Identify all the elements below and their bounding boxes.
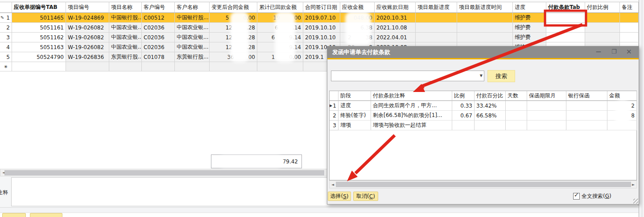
dialog-hscrollbar[interactable]: ◄ ► [329, 180, 637, 188]
table-cell[interactable]: W-19-024869 [66, 13, 109, 23]
column-header[interactable]: 付款条款注释 [371, 91, 452, 101]
row-header[interactable]: 2 [0, 23, 12, 33]
column-header[interactable]: 项目最新进度 [416, 2, 457, 13]
column-header[interactable]: 备注 [620, 2, 639, 13]
table-cell[interactable]: 维护费 [513, 23, 546, 33]
table-cell[interactable]: 0.33 [452, 101, 475, 111]
column-header[interactable]: 付款比例 [585, 2, 620, 13]
table-cell[interactable]: 合同生效后两个月，甲方... [371, 101, 452, 111]
column-header[interactable]: 项目最新进度时间 [457, 2, 513, 13]
column-header[interactable]: 付款百分比 [475, 91, 506, 101]
table-cell[interactable] [566, 101, 607, 111]
table-cell[interactable]: C00512 [142, 13, 175, 23]
table-cell[interactable]: 2019.10.10 [303, 23, 340, 33]
resize-grip[interactable] [633, 199, 638, 204]
column-header[interactable]: 阶段 [339, 91, 371, 101]
scroll-left-icon[interactable]: ◄ [330, 181, 336, 188]
row-header[interactable]: 5 [0, 52, 12, 62]
bottom-button-2[interactable] [30, 213, 62, 217]
table-cell[interactable]: W-19-026082 [66, 23, 109, 33]
table-cell[interactable] [620, 13, 639, 23]
table-cell[interactable]: W-19-026082 [66, 42, 109, 52]
table-cell[interactable]: W-19-026082 [66, 33, 109, 42]
table-cell[interactable]: 2019.10.10 [303, 33, 340, 42]
maximize-icon[interactable]: ❐ [611, 48, 617, 55]
column-header[interactable]: 银行保函 [566, 91, 607, 101]
table-cell[interactable]: C02036 [142, 33, 175, 42]
table-cell[interactable] [66, 62, 109, 71]
column-header[interactable]: 合同签订日期 [303, 2, 340, 13]
table-cell[interactable]: 终验(签字) [339, 111, 371, 121]
column-header[interactable]: 保函期限月 [527, 91, 566, 101]
chevron-down-icon[interactable]: ▼ [480, 74, 483, 78]
new-row-header[interactable]: ✳ [0, 62, 12, 71]
table-cell[interactable]: 中国银行股... [109, 13, 142, 23]
column-header[interactable]: 天数 [506, 91, 527, 101]
close-icon[interactable]: ✕ [626, 48, 632, 56]
column-header[interactable]: 金额 [607, 91, 637, 101]
table-cell[interactable] [585, 33, 620, 42]
table-cell[interactable] [566, 111, 607, 121]
table-cell[interactable]: 剩余[66.58]%的款项分[1]... [371, 111, 452, 121]
table-cell[interactable]: 5051162 [12, 33, 66, 42]
table-cell[interactable]: 2021.10.08 [375, 23, 416, 33]
row-header[interactable]: ✎1 [0, 13, 12, 23]
column-header[interactable]: 项目编号 [66, 2, 109, 13]
table-cell[interactable]: 5011465 [12, 13, 66, 23]
select-button[interactable]: 选择(S) [328, 192, 351, 201]
table-cell[interactable] [416, 23, 457, 33]
dialog-hscrollbar-thumb[interactable] [336, 182, 631, 187]
table-cell[interactable]: 5051161 [12, 23, 66, 33]
table-cell[interactable] [416, 33, 457, 42]
table-cell[interactable]: 增项 [339, 121, 371, 130]
dialog-titlebar[interactable]: 发函申请单去付款条款 — ❐ ✕ [327, 46, 639, 58]
bottom-button-1[interactable] [2, 213, 26, 217]
table-cell[interactable]: 维护费 [513, 33, 546, 42]
column-header[interactable]: 变更后合同金额 [210, 2, 257, 13]
column-header[interactable]: 应收单据编号TAB [12, 2, 66, 13]
table-cell[interactable]: C02036 [142, 23, 175, 33]
table-cell[interactable] [527, 101, 566, 111]
table-cell[interactable]: 2022.04.01 [375, 33, 416, 42]
table-cell[interactable]: 0.67 [452, 111, 475, 121]
table-cell[interactable] [566, 121, 607, 130]
table-cell[interactable] [142, 62, 175, 71]
table-cell[interactable] [416, 13, 457, 23]
table-cell[interactable]: 中国农业银... [109, 23, 142, 33]
table-cell[interactable] [257, 62, 303, 71]
table-cell[interactable]: 中国农业银... [175, 42, 210, 52]
table-cell[interactable] [620, 33, 639, 42]
table-cell[interactable] [506, 121, 527, 130]
row-header[interactable]: 3 [0, 33, 12, 42]
column-header[interactable] [330, 91, 339, 101]
table-cell[interactable]: W-19-026836 [66, 52, 109, 62]
fulltext-search-checkbox[interactable]: ✓ 全文搜索(G) [573, 192, 611, 200]
table-cell[interactable] [527, 111, 566, 121]
column-header[interactable]: 付款条款Tab [546, 2, 585, 13]
table-cell[interactable]: 中国农业银... [175, 23, 210, 33]
table-cell[interactable]: 东莞银行股... [109, 52, 142, 62]
table-cell[interactable] [457, 33, 513, 42]
table-cell[interactable] [475, 121, 506, 130]
table-cell[interactable]: C02036 [142, 42, 175, 52]
row-header[interactable]: ▶1 [330, 101, 339, 111]
table-cell[interactable]: 中国银行股... [175, 13, 210, 23]
table-cell[interactable] [620, 23, 639, 33]
scroll-right-icon[interactable]: ► [630, 181, 636, 188]
table-cell[interactable] [585, 13, 620, 23]
table-cell[interactable]: 50524790 [12, 52, 66, 62]
table-cell[interactable]: 2019.07.10 [303, 13, 340, 23]
table-cell[interactable]: 2020.10.31 [375, 13, 416, 23]
table-cell[interactable] [175, 62, 210, 71]
table-cell[interactable]: 66.58% [475, 111, 506, 121]
column-header[interactable]: 比例 [452, 91, 475, 101]
search-button[interactable]: 搜索 [487, 70, 515, 82]
table-cell[interactable] [457, 23, 513, 33]
column-header[interactable]: 客户编号 [142, 2, 175, 13]
column-header[interactable] [0, 2, 12, 13]
table-cell[interactable] [546, 13, 585, 23]
table-cell[interactable]: 中国农业银... [109, 42, 142, 52]
column-header[interactable]: 客户名称 [175, 2, 210, 13]
table-cell[interactable]: 中国农业银... [175, 33, 210, 42]
table-cell[interactable] [109, 62, 142, 71]
